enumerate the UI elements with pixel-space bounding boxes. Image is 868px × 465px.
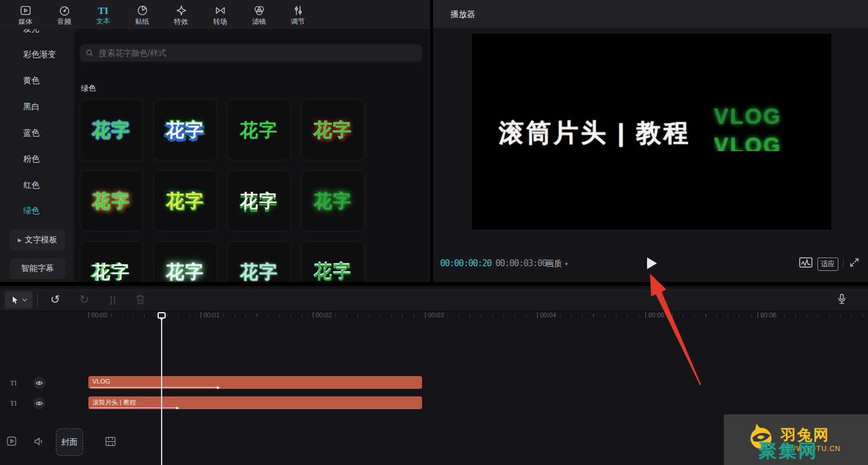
tab-label: 文本: [97, 17, 110, 24]
tab-text[interactable]: TI 文本: [84, 0, 123, 29]
track-visibility-toggle[interactable]: [33, 397, 45, 409]
tab-audio[interactable]: 音频: [45, 0, 84, 29]
sidebar-item-green[interactable]: 绿色: [0, 206, 74, 219]
media-icon: [19, 4, 32, 17]
huazi-style-tile[interactable]: 花字: [301, 241, 365, 282]
huazi-preview-text: 花字: [92, 121, 131, 139]
cover-button[interactable]: 封面: [56, 428, 83, 456]
text-style-panel: 发光 彩色渐变 黄色 黑白 蓝色 粉色 红色 绿色 ▶文字模板 智能字幕 绿色 …: [0, 29, 430, 282]
fullscreen-icon: [849, 257, 860, 268]
eye-icon: [35, 400, 43, 406]
ruler-tick: 00:03: [425, 312, 444, 319]
track-type-label: TI: [7, 378, 20, 388]
preview-neon-text-top: VLOG: [714, 105, 782, 129]
microphone-icon: [836, 292, 848, 306]
text-clip-title[interactable]: 滚筒片头 | 教程: [88, 396, 422, 409]
search-icon: [85, 49, 94, 57]
preview-headline-text: 滚筒片头 | 教程: [499, 116, 691, 150]
sidebar-item-color-gradient[interactable]: 彩色渐变: [0, 49, 74, 62]
delete-button[interactable]: [133, 291, 148, 308]
search-bar: [80, 44, 422, 62]
add-clip-slot[interactable]: [105, 436, 116, 447]
select-tool-button[interactable]: [5, 291, 33, 309]
scopes-button[interactable]: [799, 257, 813, 270]
sidebar-item-yellow[interactable]: 黄色: [0, 76, 74, 88]
ruler-tick: 00:06: [758, 312, 777, 319]
undo-button[interactable]: ↺: [48, 291, 63, 308]
tab-label: 调节: [291, 18, 305, 25]
video-track-icon: [6, 435, 17, 447]
play-button[interactable]: [647, 257, 657, 269]
playhead-line: [161, 319, 162, 465]
fit-button[interactable]: 适应: [817, 257, 838, 271]
divider: [843, 259, 844, 268]
sticker-icon: [136, 4, 149, 17]
ruler-tick: 00:04: [537, 312, 556, 319]
audio-icon: [58, 4, 71, 17]
preview-neon-text-bottom: VLOG: [714, 134, 782, 151]
fullscreen-button[interactable]: [849, 257, 860, 270]
huazi-preview-text: 花字: [240, 192, 278, 210]
video-editor-app: 媒体 音频 TI 文本 贴纸 特效 转场 滤镜 调节: [0, 0, 868, 465]
timeline-panel: ↺ ↻ ][ 00:00 00:01 00:02 00:03 00:04 00:…: [0, 286, 868, 465]
tab-label: 音频: [58, 18, 72, 25]
tab-sticker[interactable]: 贴纸: [123, 0, 162, 29]
sidebar-item-red[interactable]: 红色: [0, 180, 74, 193]
tab-transition[interactable]: 转场: [201, 0, 240, 29]
section-title: 绿色: [81, 83, 96, 94]
huazi-style-tile[interactable]: 花字: [227, 170, 291, 231]
huazi-style-tile[interactable]: 花字: [80, 241, 143, 282]
main-track-video-button[interactable]: [6, 435, 17, 447]
tab-adjust[interactable]: 调节: [278, 0, 317, 29]
effects-icon: [175, 4, 188, 17]
sidebar-item-text-template[interactable]: ▶文字模板: [10, 230, 65, 251]
text-clip-vlog[interactable]: VLOG: [88, 376, 422, 389]
sidebar-item-pink[interactable]: 粉色: [0, 154, 74, 167]
tab-effects[interactable]: 特效: [162, 0, 201, 29]
timeline-ruler[interactable]: 00:00 00:01 00:02 00:03 00:04 00:05 00:0…: [0, 312, 868, 323]
total-timecode: 00:00:03:00: [495, 258, 546, 269]
record-voiceover-button[interactable]: [836, 292, 848, 309]
huazi-preview-text: 花字: [92, 192, 131, 210]
divider: [37, 294, 38, 306]
huazi-style-tile[interactable]: 花字: [153, 99, 217, 160]
split-icon: ][: [110, 295, 117, 305]
split-button[interactable]: ][: [106, 291, 121, 308]
huazi-style-tile[interactable]: 花字: [227, 99, 291, 160]
undo-icon: ↺: [51, 292, 60, 306]
search-input[interactable]: [98, 48, 416, 58]
sidebar-item-glow[interactable]: 发光: [0, 29, 74, 37]
category-sidebar: 发光 彩色渐变 黄色 黑白 蓝色 粉色 红色 绿色 ▶文字模板 智能字幕: [0, 29, 74, 282]
huazi-style-tile[interactable]: 花字: [301, 170, 365, 231]
animation-duration-arrow: [90, 407, 178, 408]
playhead-handle[interactable]: [158, 312, 166, 319]
huazi-preview-text: 花字: [314, 192, 352, 210]
tab-label: 滤镜: [252, 18, 266, 25]
tab-media[interactable]: 媒体: [6, 0, 45, 29]
main-track-audio-button[interactable]: [33, 435, 45, 448]
current-timecode: 00:00:00:20: [440, 258, 491, 269]
huazi-style-tile[interactable]: 花字: [301, 99, 365, 160]
sidebar-item-smart-subtitle[interactable]: 智能字幕: [10, 258, 65, 279]
filmstrip-icon: [105, 436, 116, 447]
huazi-style-tile[interactable]: 花字: [153, 170, 217, 231]
huazi-preview-text: 花字: [314, 263, 352, 281]
redo-button[interactable]: ↻: [77, 291, 92, 308]
huazi-preview-text: 花字: [166, 192, 205, 210]
player-panel: 播放器 滚筒片头 | 教程 VLOG VLOG 00:00:00:20 00:0…: [433, 0, 868, 282]
huazi-style-tile[interactable]: 花字: [80, 99, 143, 160]
huazi-style-tile[interactable]: 花字: [80, 170, 143, 231]
text-icon: TI: [98, 5, 109, 16]
redo-icon: ↻: [80, 292, 90, 306]
video-preview[interactable]: 滚筒片头 | 教程 VLOG VLOG: [472, 34, 831, 230]
ruler-tick: 00:05: [645, 312, 665, 319]
style-grid: 花字 花字 花字 花字 花字 花字 花字 花字 花字 花字 花字 花字: [80, 99, 370, 282]
huazi-preview-text: 花字: [240, 121, 278, 139]
huazi-style-tile[interactable]: 花字: [227, 241, 291, 282]
tab-filter[interactable]: 滤镜: [240, 0, 278, 29]
track-visibility-toggle[interactable]: [33, 377, 45, 389]
quality-dropdown[interactable]: 画质 ▾: [546, 259, 568, 269]
sidebar-item-blue[interactable]: 蓝色: [0, 128, 74, 141]
sidebar-item-black-white[interactable]: 黑白: [0, 102, 74, 115]
huazi-style-tile[interactable]: 花字: [153, 241, 217, 282]
